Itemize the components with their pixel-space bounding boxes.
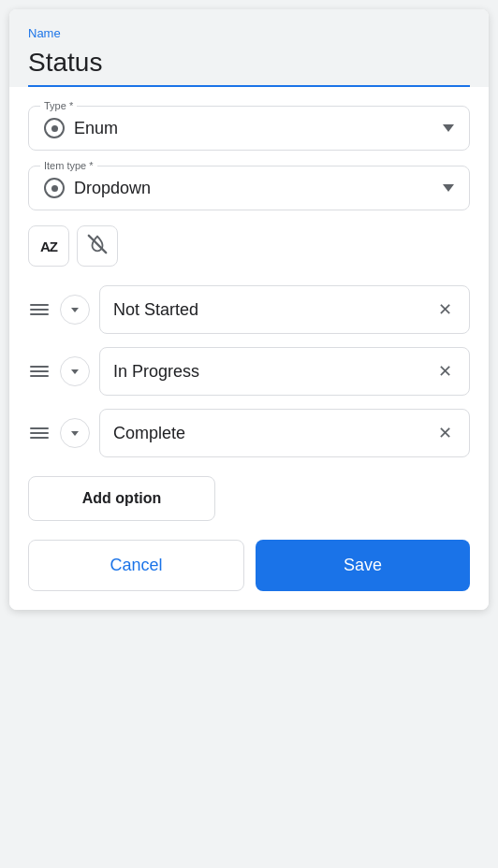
name-input-wrapper	[28, 44, 470, 87]
type-value: Enum	[44, 118, 118, 138]
option-row-3: ✕	[28, 409, 470, 457]
option-input-wrapper-2: ✕	[99, 347, 470, 396]
drag-line	[30, 309, 49, 311]
cancel-button[interactable]: Cancel	[28, 540, 244, 591]
option-chevron-icon-1	[71, 308, 79, 312]
type-value-text: Enum	[74, 119, 118, 138]
no-color-button[interactable]	[77, 225, 118, 267]
option-remove-btn-1[interactable]: ✕	[434, 297, 456, 322]
drag-line	[30, 370, 49, 372]
no-color-icon	[87, 234, 108, 258]
drag-line	[30, 437, 49, 439]
options-list: ✕ ✕	[28, 285, 470, 457]
option-remove-btn-3[interactable]: ✕	[434, 421, 456, 445]
type-field[interactable]: Type * Enum	[28, 106, 470, 151]
drag-line	[30, 375, 49, 377]
action-buttons: Cancel Save	[28, 540, 470, 591]
drag-line	[30, 304, 49, 306]
drag-handle-1[interactable]	[28, 302, 51, 317]
item-type-label: Item type *	[40, 160, 97, 171]
drag-handle-3[interactable]	[28, 426, 51, 441]
drag-line	[30, 366, 49, 368]
save-button[interactable]: Save	[256, 540, 470, 591]
option-color-btn-2[interactable]	[60, 356, 90, 386]
add-option-button[interactable]: Add option	[28, 476, 215, 521]
item-type-select-row: Dropdown	[44, 178, 454, 198]
item-type-field[interactable]: Item type * Dropdown	[28, 166, 470, 210]
option-input-3[interactable]	[113, 424, 434, 443]
option-color-btn-1[interactable]	[60, 295, 90, 325]
option-input-wrapper-3: ✕	[99, 409, 470, 457]
name-input[interactable]	[28, 44, 470, 87]
option-color-btn-3[interactable]	[60, 418, 90, 448]
type-label: Type *	[40, 100, 77, 111]
option-remove-btn-2[interactable]: ✕	[434, 359, 456, 383]
drag-line	[30, 427, 49, 429]
option-chevron-icon-3	[71, 431, 79, 436]
option-input-wrapper-1: ✕	[99, 285, 470, 334]
name-section: Name	[9, 9, 489, 87]
name-field-label: Name	[28, 26, 470, 40]
option-input-2[interactable]	[113, 362, 434, 382]
type-chevron-icon	[443, 124, 454, 132]
drag-handle-2[interactable]	[28, 364, 51, 379]
dialog: Name Type * Enum Item type * Dropdo	[9, 9, 489, 610]
option-row-1: ✕	[28, 285, 470, 334]
item-type-chevron-icon	[443, 184, 454, 192]
dropdown-icon	[44, 178, 65, 198]
option-input-1[interactable]	[113, 300, 434, 320]
item-type-value: Dropdown	[44, 178, 151, 198]
type-select-row: Enum	[44, 118, 454, 138]
item-type-value-text: Dropdown	[74, 179, 151, 198]
sort-az-icon: AZ	[40, 239, 57, 254]
main-content: Type * Enum Item type * Dropdown	[9, 87, 489, 610]
sort-az-button[interactable]: AZ	[28, 225, 69, 267]
toolbar: AZ	[28, 225, 470, 267]
option-row-2: ✕	[28, 347, 470, 396]
enum-icon	[44, 118, 65, 138]
drag-line	[30, 432, 49, 434]
drag-line	[30, 313, 49, 315]
option-chevron-icon-2	[71, 369, 79, 374]
